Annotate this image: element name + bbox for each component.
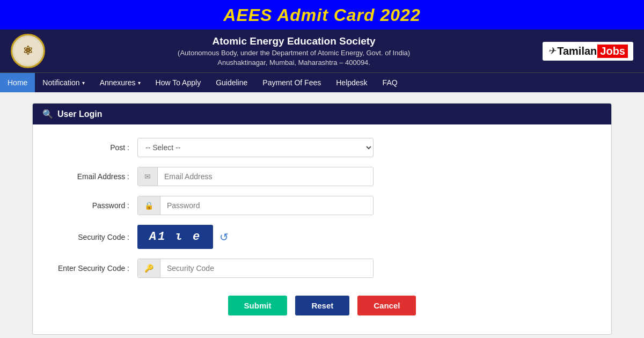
nav-guideline[interactable]: Guideline: [208, 73, 255, 92]
email-input[interactable]: [158, 167, 373, 186]
security-code-label: Enter Security Code :: [43, 264, 137, 273]
tamilan-icon: ✈: [548, 45, 556, 57]
site-header: ⚛ Atomic Energy Education Society (Auton…: [0, 30, 644, 72]
submit-button[interactable]: Submit: [228, 296, 288, 315]
post-label: Post :: [43, 143, 137, 152]
password-input-group: 🔒: [137, 196, 374, 215]
email-row: Email Address : ✉: [43, 167, 601, 186]
nav-home[interactable]: Home: [0, 73, 35, 92]
login-card-title: User Login: [57, 109, 103, 119]
key-icon: 🔑: [138, 259, 160, 277]
security-code-wrap: 🔑: [137, 259, 374, 278]
org-sub2: Anushaktinagar, Mumbai, Maharashtra – 40…: [53, 58, 535, 67]
password-input[interactable]: [160, 196, 373, 215]
security-code-input-group: 🔑: [137, 259, 374, 278]
jobs-word: Jobs: [597, 45, 628, 58]
captcha-refresh-icon[interactable]: ↺: [219, 231, 229, 244]
post-select-wrap: -- Select --: [137, 138, 374, 157]
nav-how-to-apply[interactable]: How To Apply: [148, 73, 209, 92]
email-label: Email Address :: [43, 172, 137, 181]
security-code-input[interactable]: [160, 259, 373, 277]
captcha-wrap-outer: A1 ι e ↺: [137, 225, 374, 249]
email-icon: ✉: [138, 167, 158, 186]
security-code-input-row: Enter Security Code : 🔑: [43, 259, 601, 278]
captcha-label: Security Code :: [43, 233, 137, 241]
button-row: Submit Reset Cancel: [43, 288, 601, 324]
post-row: Post : -- Select --: [43, 138, 601, 157]
aees-logo: ⚛: [11, 34, 45, 68]
aees-logo-icon: ⚛: [23, 44, 33, 58]
nav-payment[interactable]: Payment Of Fees: [255, 73, 328, 92]
email-wrap: ✉: [137, 167, 374, 186]
search-icon: 🔍: [42, 109, 53, 119]
main-nav: Home Notification ▾ Annexures ▾ How To A…: [0, 72, 644, 92]
page-title: AEES Admit Card 2022: [0, 5, 644, 25]
post-select[interactable]: -- Select --: [137, 138, 374, 157]
chevron-down-icon: ▾: [138, 80, 141, 86]
nav-annexures[interactable]: Annexures ▾: [92, 73, 148, 92]
password-wrap: 🔒: [137, 196, 374, 215]
nav-helpdesk[interactable]: Helpdesk: [328, 73, 375, 92]
lock-icon: 🔒: [138, 196, 160, 215]
login-card-header: 🔍 User Login: [33, 104, 611, 124]
tamilan-word: Tamilan: [557, 45, 597, 57]
nav-notification[interactable]: Notification ▾: [35, 73, 92, 92]
nav-faq[interactable]: FAQ: [375, 73, 405, 92]
login-card-body: Post : -- Select -- Email Address : ✉: [33, 124, 611, 334]
top-banner: AEES Admit Card 2022: [0, 0, 644, 30]
captcha-row: Security Code : A1 ι e ↺: [43, 225, 601, 249]
reset-button[interactable]: Reset: [295, 296, 349, 315]
captcha-image: A1 ι e: [137, 225, 213, 249]
header-text: Atomic Energy Education Society (Autonom…: [45, 35, 543, 67]
email-input-group: ✉: [137, 167, 374, 186]
chevron-down-icon: ▾: [82, 80, 85, 86]
login-card: 🔍 User Login Post : -- Select -- Email A…: [32, 103, 612, 335]
captcha-group: A1 ι e ↺: [137, 225, 374, 249]
password-row: Password : 🔒: [43, 196, 601, 215]
tamilan-logo: ✈ Tamilan Jobs: [543, 42, 633, 61]
password-label: Password :: [43, 201, 137, 210]
cancel-button[interactable]: Cancel: [357, 296, 416, 315]
org-name: Atomic Energy Education Society: [53, 35, 535, 47]
org-sub1: (Autonomous Body, under the Department o…: [53, 49, 535, 57]
main-content: 🔍 User Login Post : -- Select -- Email A…: [0, 92, 644, 338]
